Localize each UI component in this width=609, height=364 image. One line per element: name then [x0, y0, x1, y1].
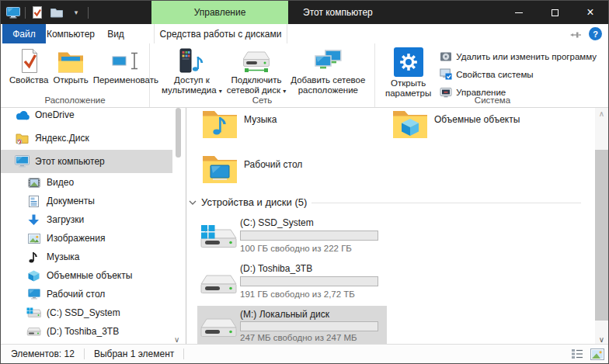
drive-usage-bar: [240, 321, 378, 331]
question-icon: ?: [593, 29, 598, 39]
view-buttons: [568, 346, 606, 362]
tab-file[interactable]: Файл: [2, 24, 46, 43]
desktop-icon: [26, 288, 41, 301]
system-properties-button[interactable]: Свойства системы: [437, 66, 599, 83]
open-folder-icon: [57, 47, 84, 75]
drive-large-icon: [200, 314, 237, 343]
properties-icon: [19, 47, 39, 75]
sidebar-item-pictures[interactable]: Изображения: [1, 229, 172, 248]
sidebar-item-yandex-disk[interactable]: Яндекс.Диск: [1, 127, 172, 150]
ribbon-pin-icon[interactable]: [570, 30, 583, 38]
qat-customize-dropdown[interactable]: ▾: [68, 4, 84, 21]
pictures-icon: [26, 232, 41, 245]
folder-name: Музыка: [244, 114, 277, 125]
details-view-button[interactable]: [568, 346, 586, 362]
uninstall-program-button[interactable]: Удалить или изменить программу: [437, 48, 599, 65]
drive-free-space: 247 МБ свободно из 247 МБ: [240, 333, 357, 342]
help-button[interactable]: ?: [589, 27, 602, 40]
minimize-button[interactable]: [501, 1, 537, 24]
qat-separator: [25, 7, 26, 19]
drive-tile-d[interactable]: (D:) Toshiba_3TB 191 ГБ свободно из 2,72…: [197, 260, 387, 303]
sidebar-item-drive-c[interactable]: (C:) SSD_System: [1, 303, 172, 322]
open-settings-label-1: Открыть: [391, 78, 426, 88]
sidebar-scrollbar-thumb[interactable]: [176, 108, 181, 158]
scroll-down-icon[interactable]: ∨: [595, 335, 608, 344]
sidebar-scroll-down-icon[interactable]: ∨: [174, 335, 179, 344]
documents-icon: [26, 195, 41, 208]
folder-tile-music[interactable]: Музыка: [197, 108, 384, 148]
sidebar-item-desktop[interactable]: Рабочий стол: [1, 285, 172, 303]
tab-disk-tools[interactable]: Средства работы с дисками: [154, 24, 287, 43]
dropdown-arrow-icon: ▾: [219, 88, 222, 95]
folder-name: Рабочий стол: [244, 159, 302, 170]
qat-properties-button[interactable]: [30, 4, 45, 21]
map-network-drive-button[interactable]: Подключить сетевой диск ▾: [224, 46, 288, 97]
system-drive-icon: [26, 307, 41, 320]
status-divider: [183, 348, 184, 359]
open-button[interactable]: Открыть: [51, 46, 91, 86]
sidebar-item-this-pc[interactable]: Этот компьютер: [1, 150, 172, 173]
sidebar-item-onedrive[interactable]: OneDrive: [1, 108, 172, 127]
onedrive-cloud-icon: [15, 109, 30, 122]
items-count: Элементов: 12: [1, 348, 75, 359]
uninstall-program-icon: [439, 50, 452, 64]
drive-icon: [26, 325, 41, 338]
close-button[interactable]: ×: [572, 1, 608, 24]
window-computer-icon: [5, 4, 21, 21]
media-access-label-1: Доступ к: [174, 75, 210, 85]
explorer-window: ▾ Управление Этот компьютер × Файл Компь…: [0, 0, 609, 364]
group-header-rule: [311, 203, 581, 203]
properties-button[interactable]: Свойства: [7, 46, 51, 86]
media-access-button[interactable]: Доступ к мультимедиа ▾: [159, 46, 224, 97]
sidebar-item-3d-objects[interactable]: Объемные объекты: [1, 266, 172, 285]
folder-tile-3d-objects[interactable]: Объемные объекты: [388, 108, 574, 148]
collapse-chevron-icon: [189, 200, 197, 205]
maximize-button[interactable]: [537, 1, 572, 24]
sidebar-item-documents[interactable]: Документы: [1, 192, 172, 210]
qat-new-folder-button[interactable]: [49, 4, 64, 21]
drive-large-icon: [200, 270, 237, 300]
settings-gear-icon: [394, 47, 423, 77]
content-scrollbar[interactable]: ∧ ∨: [595, 108, 608, 345]
group-header-devices[interactable]: Устройства и диски (5): [189, 196, 581, 208]
file-list: Музыка Объемные объекты Рабочий стол Уст…: [186, 108, 595, 345]
system-properties-icon: [439, 68, 452, 81]
tab-computer[interactable]: Компьютер: [46, 24, 96, 43]
desktop-folder-icon: [202, 154, 238, 185]
window-controls: ×: [501, 1, 608, 24]
group-header-title: Устройства и диски (5): [201, 196, 307, 208]
ribbon: Свойства Открыть Переименовать Расположе…: [1, 43, 608, 108]
content-scrollbar-thumb[interactable]: [595, 150, 608, 321]
ribbon-group-network: Доступ к мультимедиа ▾ Подключить сетево…: [150, 43, 375, 107]
scroll-up-icon[interactable]: ∧: [595, 109, 608, 118]
yandex-disk-icon: [15, 132, 30, 145]
add-network-location-button[interactable]: Добавить сетевое расположение: [288, 46, 367, 96]
drive-usage-bar: [240, 231, 378, 241]
media-server-icon: [179, 47, 204, 75]
this-pc-icon: [15, 155, 30, 168]
map-drive-label-1: Подключить: [231, 75, 282, 85]
drive-tile-m-selected[interactable]: (M:) Локальный диск 247 МБ свободно из 2…: [197, 306, 387, 345]
dropdown-arrow-icon: ▾: [283, 88, 286, 95]
sidebar-scrollbar[interactable]: ∨: [172, 108, 186, 345]
quick-access-toolbar: ▾: [5, 1, 89, 24]
sidebar-item-drive-d[interactable]: (D:) Toshiba_3TB: [1, 322, 172, 341]
thumbnail-view-button[interactable]: [588, 346, 606, 362]
media-access-label-2: мультимедиа ▾: [162, 85, 222, 96]
contextual-tab-manage[interactable]: Управление: [151, 1, 288, 24]
open-settings-button[interactable]: Открыть параметры: [383, 46, 433, 99]
drive-free-space: 191 ГБ свободно из 2,72 ТБ: [240, 289, 355, 299]
sidebar-item-downloads[interactable]: Загрузки: [1, 210, 172, 229]
system-drive-large-icon: [200, 224, 237, 254]
sidebar-item-videos[interactable]: Видео: [1, 173, 172, 192]
sidebar-item-music[interactable]: Музыка: [1, 248, 172, 266]
network-location-icon: [315, 47, 342, 75]
folder-tile-desktop[interactable]: Рабочий стол: [197, 153, 384, 193]
drive-tile-c[interactable]: (C:) SSD_System 100 ГБ свободно из 222 Г…: [197, 214, 387, 258]
group-label-system: Система: [375, 95, 609, 105]
drive-name: (M:) Локальный диск: [240, 309, 329, 320]
tab-view[interactable]: Вид: [96, 24, 136, 43]
drive-usage-bar: [240, 276, 378, 286]
status-bar: Элементов: 12 Выбран 1 элемент: [1, 344, 608, 363]
minimize-icon: [515, 12, 523, 13]
